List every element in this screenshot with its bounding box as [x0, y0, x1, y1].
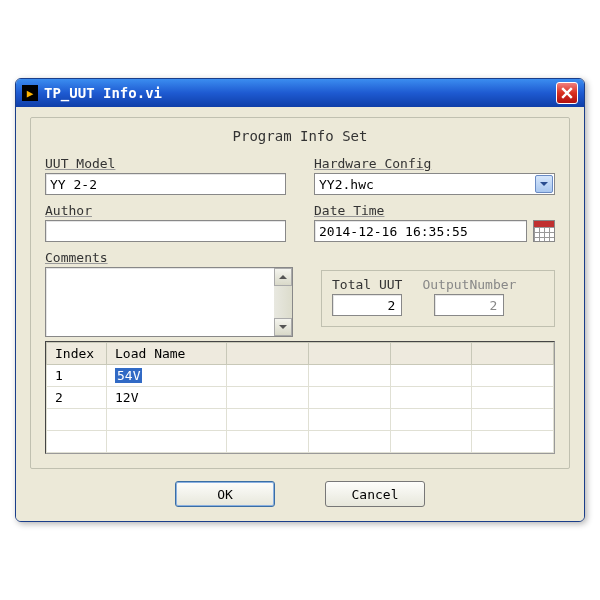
- author-input[interactable]: [45, 220, 286, 242]
- close-button[interactable]: [556, 82, 578, 104]
- titlebar[interactable]: ▶ TP_UUT Info.vi: [16, 79, 584, 107]
- date-time-input[interactable]: [314, 220, 527, 242]
- cell-load-name[interactable]: 12V: [107, 387, 227, 409]
- uut-model-label: UUT Model: [45, 156, 286, 171]
- comments-label: Comments: [45, 250, 293, 265]
- table-row[interactable]: 1 54V: [47, 365, 554, 387]
- close-icon: [561, 87, 573, 99]
- app-icon: ▶: [22, 85, 38, 101]
- totals-box: Total UUT OutputNumber: [321, 270, 555, 327]
- output-number-label: OutputNumber: [422, 277, 516, 292]
- table-row[interactable]: 2 12V: [47, 387, 554, 409]
- cell-index: 2: [47, 387, 107, 409]
- scroll-down-button[interactable]: [274, 318, 292, 336]
- calendar-button[interactable]: [533, 220, 555, 242]
- hardware-config-select[interactable]: YY2.hwc: [314, 173, 555, 195]
- output-number-input: [434, 294, 504, 316]
- scrollbar[interactable]: [274, 268, 292, 336]
- chevron-down-icon: [540, 180, 548, 188]
- cell-index: 1: [47, 365, 107, 387]
- uut-model-input[interactable]: [45, 173, 286, 195]
- table-row[interactable]: [47, 409, 554, 431]
- group-title: Program Info Set: [45, 128, 555, 144]
- scroll-up-button[interactable]: [274, 268, 292, 286]
- client-area: Program Info Set UUT Model Hardware Conf…: [16, 107, 584, 521]
- combo-dropdown-button[interactable]: [535, 175, 553, 193]
- ok-button[interactable]: OK: [175, 481, 275, 507]
- cancel-button[interactable]: Cancel: [325, 481, 425, 507]
- col-load-name[interactable]: Load Name: [107, 343, 227, 365]
- comments-textarea[interactable]: [45, 267, 293, 337]
- author-label: Author: [45, 203, 286, 218]
- cell-load-name[interactable]: 54V: [107, 365, 227, 387]
- chevron-up-icon: [279, 273, 287, 281]
- window: ▶ TP_UUT Info.vi Program Info Set UUT Mo…: [15, 78, 585, 522]
- chevron-down-icon: [279, 323, 287, 331]
- total-uut-input[interactable]: [332, 294, 402, 316]
- window-title: TP_UUT Info.vi: [44, 85, 550, 101]
- hardware-config-value: YY2.hwc: [315, 177, 534, 192]
- load-table[interactable]: Index Load Name 1 54V 2 12: [45, 341, 555, 454]
- program-info-group: Program Info Set UUT Model Hardware Conf…: [30, 117, 570, 469]
- date-time-label: Date Time: [314, 203, 555, 218]
- button-row: OK Cancel: [30, 481, 570, 507]
- hardware-config-label: Hardware Config: [314, 156, 555, 171]
- col-index[interactable]: Index: [47, 343, 107, 365]
- total-uut-label: Total UUT: [332, 277, 402, 292]
- table-row[interactable]: [47, 431, 554, 453]
